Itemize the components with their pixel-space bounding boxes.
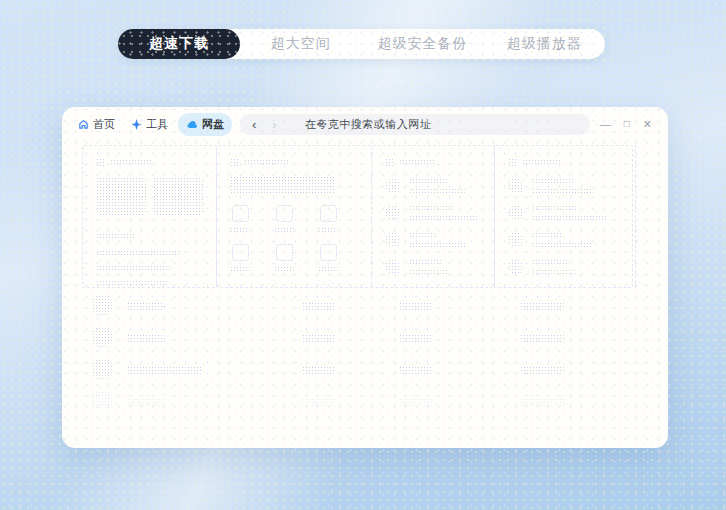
skeleton-card-downloads bbox=[82, 145, 217, 288]
close-button[interactable]: ✕ bbox=[643, 119, 652, 130]
skeleton-content-area bbox=[82, 145, 648, 446]
tab-super-player[interactable]: 超级播放器 bbox=[483, 29, 605, 59]
skeleton-list-row bbox=[82, 293, 648, 325]
skeleton-header-icon bbox=[385, 158, 394, 167]
skeleton-text-line bbox=[96, 280, 168, 287]
skeleton-list-icon bbox=[508, 205, 524, 221]
skeleton-divider bbox=[635, 145, 636, 288]
skeleton-card-row bbox=[82, 145, 635, 288]
skeleton-card-apps bbox=[216, 145, 372, 288]
back-arrow-icon[interactable]: ‹ bbox=[252, 118, 256, 131]
maximize-button[interactable]: □ bbox=[624, 119, 630, 129]
cloud-icon bbox=[186, 119, 198, 130]
skeleton-app-caption bbox=[318, 266, 338, 272]
window-header: 首页 工具 网盘 ‹ › 在夸克中搜索或输入网址 — □ bbox=[62, 107, 668, 141]
skeleton-app-icon bbox=[320, 205, 337, 222]
skeleton-header-icon bbox=[508, 158, 517, 167]
browser-window: 首页 工具 网盘 ‹ › 在夸克中搜索或输入网址 — □ bbox=[62, 107, 668, 448]
address-bar-query: 在夸克中搜索或输入网址 bbox=[305, 117, 432, 132]
skeleton-text-line bbox=[96, 265, 170, 272]
content-fade-overlay bbox=[82, 368, 648, 446]
skeleton-header-title bbox=[110, 159, 152, 166]
nav-item-tools[interactable]: 工具 bbox=[123, 113, 176, 136]
forward-arrow-icon[interactable]: › bbox=[272, 118, 276, 131]
nav-item-home[interactable]: 首页 bbox=[70, 113, 123, 136]
skeleton-file-icon bbox=[92, 327, 112, 347]
skeleton-list-icon bbox=[508, 259, 524, 275]
skeleton-list-icon bbox=[508, 232, 524, 248]
skeleton-header-title bbox=[399, 159, 435, 166]
skeleton-list-icon bbox=[385, 232, 401, 248]
skeleton-text-line bbox=[96, 250, 180, 257]
nav-item-home-label: 首页 bbox=[93, 117, 115, 132]
window-controls: — □ ✕ bbox=[600, 119, 656, 130]
nav-item-cloud-drive[interactable]: 网盘 bbox=[178, 113, 232, 136]
skeleton-header-title bbox=[522, 159, 562, 166]
skeleton-list-row bbox=[82, 325, 648, 357]
skeleton-list-icon bbox=[508, 178, 524, 194]
skeleton-list-icon bbox=[385, 205, 401, 221]
skeleton-app-caption bbox=[230, 227, 250, 233]
skeleton-header-title bbox=[244, 159, 290, 166]
skeleton-app-icon bbox=[232, 205, 249, 222]
skeleton-app-caption bbox=[274, 227, 294, 233]
skeleton-file-icon bbox=[92, 295, 112, 315]
skeleton-app-caption bbox=[230, 266, 250, 272]
skeleton-header-icon bbox=[96, 158, 105, 167]
skeleton-card-list-a bbox=[371, 145, 495, 288]
skeleton-header-icon bbox=[230, 158, 239, 167]
skeleton-app-caption bbox=[274, 266, 294, 272]
nav-item-tools-label: 工具 bbox=[146, 117, 168, 132]
skeleton-text-line bbox=[96, 233, 134, 240]
skeleton-card-list-b bbox=[494, 145, 633, 288]
skeleton-app-icon bbox=[276, 205, 293, 222]
skeleton-app-caption bbox=[318, 227, 338, 233]
tab-super-large-space[interactable]: 超大空间 bbox=[240, 29, 362, 59]
minimize-button[interactable]: — bbox=[600, 119, 611, 130]
address-bar[interactable]: ‹ › 在夸克中搜索或输入网址 bbox=[240, 114, 590, 135]
feature-tab-bar: 超速下载 超大空间 超级安全备份 超级播放器 bbox=[118, 29, 605, 59]
tab-super-secure-backup[interactable]: 超级安全备份 bbox=[362, 29, 484, 59]
skeleton-list-icon bbox=[385, 178, 401, 194]
skeleton-list-icon bbox=[385, 259, 401, 275]
tab-super-speed-download[interactable]: 超速下载 bbox=[118, 29, 240, 59]
home-icon bbox=[78, 119, 89, 130]
nav-item-cloud-drive-label: 网盘 bbox=[202, 117, 224, 132]
skeleton-app-icon bbox=[276, 244, 293, 261]
tools-sparkle-icon bbox=[131, 119, 142, 130]
skeleton-app-icon bbox=[320, 244, 337, 261]
skeleton-thumbnail bbox=[96, 177, 146, 215]
skeleton-thumbnail bbox=[153, 177, 203, 215]
skeleton-app-icon bbox=[232, 244, 249, 261]
skeleton-banner bbox=[230, 176, 336, 194]
